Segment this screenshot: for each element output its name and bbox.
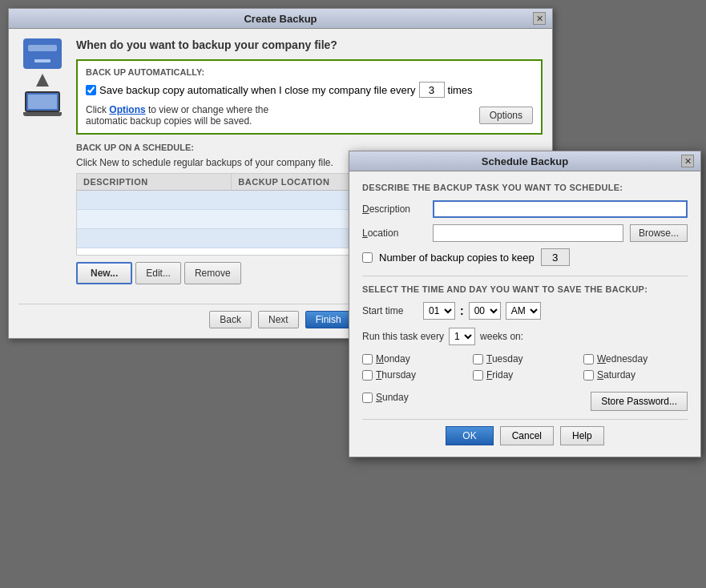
browse-button[interactable]: Browse... (630, 224, 688, 242)
saturday-checkbox[interactable] (583, 370, 594, 381)
time-colon: : (460, 304, 464, 317)
help-button[interactable]: Help (560, 426, 604, 445)
create-backup-title: Create Backup (28, 13, 533, 25)
new-button[interactable]: New... (76, 262, 132, 284)
divider (362, 276, 688, 276)
auto-backup-section: BACK UP AUTOMATICALLY: Save backup copy … (76, 59, 543, 135)
auto-backup-checkbox-label: Save backup copy automatically when I cl… (99, 84, 416, 96)
wednesday-checkbox[interactable] (583, 354, 594, 364)
col-description: DESCRIPTION (77, 174, 232, 190)
sunday-label: Sunday (376, 392, 409, 403)
weeks-select[interactable]: 1234 (449, 328, 475, 345)
options-button[interactable]: Options (479, 107, 533, 124)
monday-label: Monday (376, 353, 410, 364)
thursday-label: Thursday (376, 369, 416, 381)
auto-backup-checkbox[interactable] (86, 85, 96, 95)
describe-section-header: DESCRIBE THE BACKUP TASK YOU WANT TO SCH… (362, 183, 688, 192)
auto-backup-checkbox-row: Save backup copy automatically when I cl… (86, 82, 533, 98)
monday-row: Monday (362, 353, 466, 364)
copies-checkbox[interactable] (362, 252, 373, 263)
location-input[interactable] (433, 224, 623, 242)
question-text: When do you want to backup your company … (76, 38, 543, 51)
auto-backup-label: BACK UP AUTOMATICALLY: (86, 67, 533, 77)
options-row: Click Options to view or change where th… (86, 104, 533, 127)
copies-row: Number of backup copies to keep (362, 248, 688, 266)
ampm-select[interactable]: AMPM (506, 302, 541, 320)
create-backup-titlebar: Create Backup ✕ (9, 9, 552, 29)
times-label: times (448, 84, 473, 96)
location-row: Location Browse... (362, 224, 688, 242)
thursday-row: Thursday (362, 369, 466, 381)
create-backup-close-button[interactable]: ✕ (533, 12, 546, 25)
description-row: Description (362, 200, 688, 218)
schedule-backup-title: Schedule Backup (369, 155, 681, 167)
arrow-up-icon (36, 74, 49, 87)
location-label: Location (362, 228, 426, 239)
times-input[interactable] (419, 82, 445, 98)
next-button[interactable]: Next (258, 311, 299, 328)
thursday-checkbox[interactable] (362, 370, 373, 381)
ok-button[interactable]: OK (446, 426, 493, 445)
task-every-label: Run this task every (362, 331, 444, 342)
laptop-icon (23, 91, 62, 119)
hdd-icon (23, 38, 62, 69)
schedule-backup-close-button[interactable]: ✕ (681, 155, 694, 167)
store-password-button[interactable]: Store Password... (591, 392, 688, 411)
schedule-backup-body: DESCRIBE THE BACKUP TASK YOU WANT TO SCH… (349, 171, 700, 457)
back-button[interactable]: Back (209, 311, 252, 328)
hour-select[interactable]: 01020304 05060708 09101112 (423, 302, 455, 320)
saturday-row: Saturday (583, 369, 688, 381)
start-time-label: Start time (362, 305, 418, 316)
days-grid: Monday Tuesday Wednesday Thursday Friday… (362, 353, 688, 381)
minute-select[interactable]: 00153045 (469, 302, 501, 320)
tuesday-label: Tuesday (486, 353, 523, 364)
edit-button[interactable]: Edit... (135, 262, 181, 284)
options-note: Click Options to view or change where th… (86, 104, 310, 127)
saturday-label: Saturday (597, 369, 635, 381)
options-link: Options (109, 104, 145, 115)
remove-button[interactable]: Remove (184, 262, 241, 284)
sunday-row: Sunday (362, 392, 409, 403)
tuesday-row: Tuesday (473, 353, 577, 364)
friday-checkbox[interactable] (473, 370, 483, 381)
friday-row: Friday (473, 369, 577, 381)
copies-label: Number of backup copies to keep (379, 252, 535, 264)
copies-input[interactable] (541, 248, 570, 266)
friday-label: Friday (486, 369, 513, 381)
sunday-checkbox[interactable] (362, 393, 373, 403)
tuesday-checkbox[interactable] (473, 354, 483, 364)
schedule-bottom: Sunday Store Password... (362, 392, 688, 411)
laptop-base (23, 112, 62, 116)
cancel-button[interactable]: Cancel (500, 426, 554, 445)
backup-icon-column (18, 38, 67, 119)
wednesday-label: Wednesday (597, 353, 648, 364)
time-section-header: SELECT THE TIME AND DAY YOU WANT TO SAVE… (362, 284, 688, 294)
description-input[interactable] (433, 200, 688, 218)
schedule-backup-titlebar: Schedule Backup ✕ (349, 151, 700, 171)
laptop-screen-inner (28, 95, 57, 109)
finish-button[interactable]: Finish (305, 311, 352, 328)
monday-checkbox[interactable] (362, 354, 373, 364)
wednesday-row: Wednesday (583, 353, 688, 364)
weeks-on-label: weeks on: (480, 331, 523, 342)
task-every-row: Run this task every 1234 weeks on: (362, 328, 688, 345)
start-time-row: Start time 01020304 05060708 09101112 : … (362, 302, 688, 320)
description-label: Description (362, 203, 426, 215)
laptop-screen (25, 91, 60, 112)
schedule-footer: OK Cancel Help (362, 419, 688, 445)
schedule-backup-window: Schedule Backup ✕ DESCRIBE THE BACKUP TA… (349, 151, 701, 457)
